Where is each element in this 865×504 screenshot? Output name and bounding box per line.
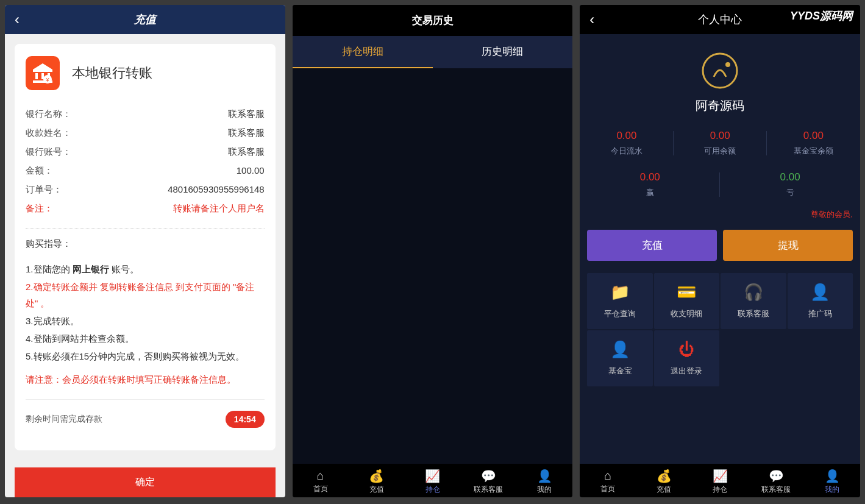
content-area xyxy=(293,68,573,464)
guide-4: 4.登陆到网站并检查余额。 xyxy=(26,330,265,347)
person-icon: 👤 xyxy=(592,340,647,359)
page-title: 个人中心 xyxy=(698,12,742,27)
username: 阿奇源码 xyxy=(580,98,860,114)
nav-service[interactable]: 💬联系客服 xyxy=(460,469,516,495)
guide-3: 3.完成转账。 xyxy=(26,313,265,329)
stat-flow: 0.00今日流水 xyxy=(580,124,673,163)
home-icon: ⌂ xyxy=(293,469,349,483)
nav-recharge[interactable]: 💰充值 xyxy=(349,469,405,495)
tab-history[interactable]: 历史明细 xyxy=(433,36,573,68)
menu-transactions[interactable]: 💳收支明细 xyxy=(654,273,719,329)
nav-recharge[interactable]: 💰充值 xyxy=(636,469,692,495)
header: ‹ 个人中心 YYDS源码网 xyxy=(580,5,860,34)
home-icon: ⌂ xyxy=(580,469,636,483)
chat-icon: 💬 xyxy=(748,469,804,483)
bank-icon: ¥ xyxy=(26,56,60,90)
header: ‹ 充值 xyxy=(5,5,285,34)
countdown-badge: 14:54 xyxy=(226,411,265,428)
svg-point-3 xyxy=(725,62,730,67)
row-account: 银行账号：联系客服 xyxy=(26,143,265,161)
chart-icon: 📈 xyxy=(405,469,461,483)
guide-note: 请注意：会员必须在转账时填写正确转账备注信息。 xyxy=(26,374,265,386)
countdown-label: 剩余时间需完成存款 xyxy=(26,414,102,425)
watermark: YYDS源码网 xyxy=(790,9,853,23)
stats-row-2: 0.00赢 0.00亏 xyxy=(580,165,860,204)
page-title: 交易历史 xyxy=(293,5,573,36)
nav-position[interactable]: 📈持仓 xyxy=(405,469,461,495)
menu-grid: 📁平仓查询 💳收支明细 🎧联系客服 👤推广码 👤基金宝 ⏻退出登录 xyxy=(580,266,860,394)
confirm-button[interactable]: 确定 xyxy=(15,467,276,497)
nav-home[interactable]: ⌂首页 xyxy=(580,469,636,495)
guide-2: 2.确定转账金额并 复制转账备注信息 到支付页面的 "备注处" 。 xyxy=(26,279,265,311)
row-remark: 备注：转账请备注个人用户名 xyxy=(26,199,265,218)
logo-icon xyxy=(700,51,739,90)
bottom-nav: ⌂首页 💰充值 📈持仓 💬联系客服 👤我的 xyxy=(293,464,573,497)
action-buttons: 充值 提现 xyxy=(580,225,860,266)
divider xyxy=(26,228,265,229)
nav-home[interactable]: ⌂首页 xyxy=(293,469,349,495)
user-icon: 👤 xyxy=(804,469,860,483)
nav-mine[interactable]: 👤我的 xyxy=(516,469,572,495)
menu-close-query[interactable]: 📁平仓查询 xyxy=(587,273,652,329)
menu-service[interactable]: 🎧联系客服 xyxy=(721,273,786,329)
power-icon: ⏻ xyxy=(659,340,714,359)
chat-icon: 💬 xyxy=(460,469,516,483)
back-icon[interactable]: ‹ xyxy=(589,11,594,28)
countdown: 剩余时间需完成存款 14:54 xyxy=(26,399,265,428)
bottom-nav: ⌂首页 💰充值 📈持仓 💬联系客服 👤我的 xyxy=(580,464,860,497)
headset-icon: 🎧 xyxy=(725,283,781,302)
guide-1: 1.登陆您的 网上银行 账号。 xyxy=(26,261,265,277)
back-icon[interactable]: ‹ xyxy=(15,11,20,28)
bank-header: ¥ 本地银行转账 xyxy=(26,56,265,90)
nav-position[interactable]: 📈持仓 xyxy=(692,469,748,495)
stats-row-1: 0.00今日流水 0.00可用余额 0.00基金宝余额 xyxy=(580,124,860,163)
card: ¥ 本地银行转账 银行名称：联系客服 收款姓名：联系客服 银行账号：联系客服 金… xyxy=(15,44,276,450)
stat-lose: 0.00亏 xyxy=(720,165,860,204)
row-bank-name: 银行名称：联系客服 xyxy=(26,105,265,124)
page-title: 充值 xyxy=(134,12,156,27)
withdraw-button[interactable]: 提现 xyxy=(723,230,853,261)
member-notice: 尊敬的会员, xyxy=(580,204,860,225)
menu-fund[interactable]: 👤基金宝 xyxy=(587,330,652,386)
nav-service[interactable]: 💬联系客服 xyxy=(748,469,804,495)
bank-title: 本地银行转账 xyxy=(72,64,152,82)
nav-mine[interactable]: 👤我的 xyxy=(804,469,860,495)
folder-icon: 📁 xyxy=(592,283,647,302)
wallet-icon: 💳 xyxy=(659,283,714,302)
user-icon: 👤 xyxy=(516,469,572,483)
row-amount: 金额：100.00 xyxy=(26,161,265,180)
row-payee: 收款姓名：联系客服 xyxy=(26,124,265,143)
guide-title: 购买指导： xyxy=(26,238,265,250)
menu-logout[interactable]: ⏻退出登录 xyxy=(654,330,719,386)
tab-position[interactable]: 持仓明细 xyxy=(293,36,433,68)
stat-win: 0.00赢 xyxy=(580,165,720,204)
menu-referral[interactable]: 👤推广码 xyxy=(788,273,853,329)
person-icon: 👤 xyxy=(792,283,848,302)
svg-text:¥: ¥ xyxy=(45,77,49,83)
chart-icon: 📈 xyxy=(692,469,748,483)
stat-fund: 0.00基金宝余额 xyxy=(767,124,860,163)
logo-area xyxy=(580,34,860,90)
guide-5: 5.转账必须在15分钟内完成，否则购买将被视为无效。 xyxy=(26,348,265,364)
tabs: 持仓明细 历史明细 xyxy=(293,36,573,68)
bag-icon: 💰 xyxy=(349,469,405,483)
recharge-button[interactable]: 充值 xyxy=(587,230,717,261)
row-order: 订单号：4801605930955996148 xyxy=(26,180,265,199)
stat-balance: 0.00可用余额 xyxy=(674,124,767,163)
bag-icon: 💰 xyxy=(636,469,692,483)
